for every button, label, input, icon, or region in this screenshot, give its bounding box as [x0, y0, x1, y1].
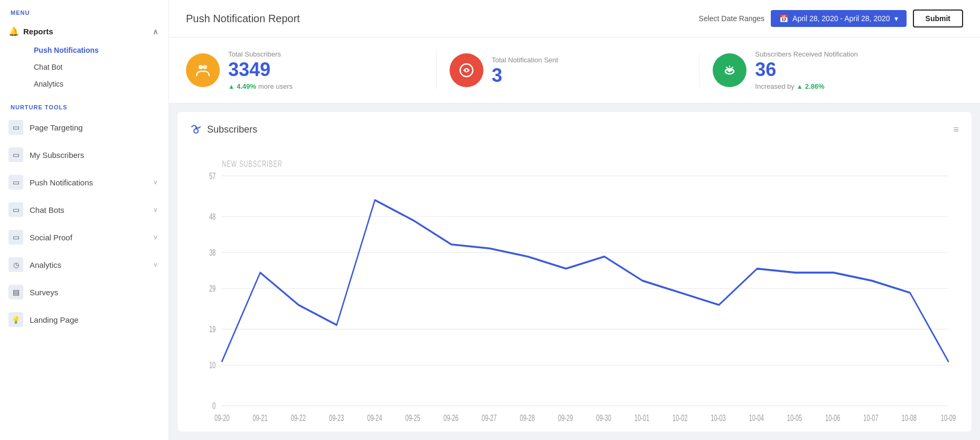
push-notif-icon: ▭: [8, 175, 23, 190]
subscribers-received-info: Subscribers Received Notification 36 Inc…: [755, 50, 857, 90]
line-chart: NEW SUBSCRIBER 0 10 19 29 38 48 57: [190, 145, 959, 421]
date-dropdown-arrow: ▾: [894, 14, 898, 23]
total-subscribers-label: Total Subscribers: [228, 50, 293, 58]
stat-total-notification: Total Notification Sent 3: [437, 53, 701, 87]
nurture-item-landing-page[interactable]: 💡 Landing Page: [0, 306, 169, 333]
social-proof-label: Social Proof: [30, 233, 72, 242]
total-subscribers-icon: [186, 53, 220, 87]
stat-total-subscribers: Total Subscribers 3349 ▲ 4.49% more user…: [186, 50, 437, 90]
total-notification-info: Total Notification Sent 3: [492, 56, 558, 85]
svg-text:09-23: 09-23: [329, 414, 344, 421]
svg-text:09-28: 09-28: [520, 414, 535, 421]
page-header: Push Notification Report Select Date Ran…: [169, 0, 980, 38]
svg-text:10-09: 10-09: [941, 414, 956, 421]
page-targeting-icon: ▭: [8, 120, 23, 135]
subscribers-received-sub: Increased by ▲ 2.86%: [755, 82, 857, 90]
svg-text:10: 10: [209, 361, 216, 370]
svg-text:48: 48: [209, 212, 216, 221]
svg-text:10-08: 10-08: [902, 414, 917, 421]
subscribers-received-icon: [713, 53, 746, 87]
svg-text:09-27: 09-27: [482, 414, 497, 421]
nurture-item-push-notifications[interactable]: ▭ Push Notifications ∨: [0, 168, 169, 196]
landing-page-icon: 💡: [8, 312, 23, 327]
stats-row: Total Subscribers 3349 ▲ 4.49% more user…: [169, 38, 980, 104]
nurture-item-my-subscribers[interactable]: ▭ My Subscribers: [0, 141, 169, 168]
svg-text:0: 0: [212, 401, 216, 410]
nurture-item-page-targeting[interactable]: ▭ Page Targeting: [0, 114, 169, 141]
header-right: Select Date Ranges 📅 April 28, 2020 - Ap…: [699, 10, 963, 27]
svg-text:19: 19: [209, 325, 216, 334]
sub-item-analytics[interactable]: Analytics: [25, 76, 169, 92]
calendar-icon: 📅: [779, 14, 788, 23]
svg-point-0: [199, 65, 203, 69]
subscribers-received-pct: 2.86%: [805, 82, 825, 90]
subscribers-chart-icon: [190, 123, 202, 137]
svg-text:09-30: 09-30: [596, 414, 612, 421]
svg-point-3: [465, 69, 468, 71]
svg-text:10-03: 10-03: [711, 414, 726, 421]
svg-text:09-24: 09-24: [367, 414, 382, 421]
analytics-label: Analytics: [30, 260, 61, 269]
svg-text:10-04: 10-04: [749, 414, 764, 421]
svg-text:38: 38: [209, 248, 216, 257]
reports-group: 🔔 Reports ∧ Push Notifications Chat Bot …: [0, 19, 169, 95]
svg-text:10-05: 10-05: [787, 414, 802, 421]
push-notif-chevron: ∨: [153, 179, 158, 186]
nurture-item-surveys[interactable]: ▤ Surveys: [0, 278, 169, 306]
svg-text:09-25: 09-25: [405, 414, 421, 421]
chart-container: NEW SUBSCRIBER 0 10 19 29 38 48 57: [190, 145, 959, 421]
social-proof-icon: ▭: [8, 230, 23, 245]
total-notification-icon: [450, 53, 483, 87]
total-subscribers-sub-text: more users: [258, 82, 293, 90]
svg-text:10-02: 10-02: [673, 414, 687, 421]
total-subscribers-info: Total Subscribers 3349 ▲ 4.49% more user…: [228, 50, 293, 90]
nurture-item-social-proof[interactable]: ▭ Social Proof ∨: [0, 223, 169, 251]
sub-item-chat-bot[interactable]: Chat Bot: [25, 59, 169, 76]
chart-title: Subscribers: [207, 124, 257, 135]
reports-sub-items: Push Notifications Chat Bot Analytics: [0, 42, 169, 92]
chart-line: [222, 200, 948, 361]
menu-label: MENU: [0, 0, 169, 19]
surveys-icon: ▤: [8, 285, 23, 299]
main-content: Push Notification Report Select Date Ran…: [169, 0, 980, 440]
chat-bots-label: Chat Bots: [30, 205, 64, 214]
reports-group-header[interactable]: 🔔 Reports ∧: [0, 21, 169, 42]
svg-text:09-21: 09-21: [253, 414, 267, 421]
push-notif-label: Push Notifications: [30, 178, 93, 187]
svg-text:09-26: 09-26: [444, 414, 459, 421]
page-targeting-label: Page Targeting: [30, 123, 83, 132]
svg-text:10-01: 10-01: [634, 414, 649, 421]
my-subscribers-icon: ▭: [8, 147, 23, 162]
chart-section: Subscribers ≡ NEW SUBSCRIBER 0 10 19 29: [178, 112, 972, 432]
my-subscribers-label: My Subscribers: [30, 151, 84, 160]
date-range-button[interactable]: 📅 April 28, 2020 - April 28, 2020 ▾: [771, 10, 906, 27]
nurture-item-chat-bots[interactable]: ▭ Chat Bots ∨: [0, 196, 169, 223]
social-proof-chevron: ∨: [153, 233, 158, 241]
svg-text:10-07: 10-07: [863, 414, 878, 421]
submit-button[interactable]: Submit: [913, 10, 963, 27]
select-date-label: Select Date Ranges: [699, 14, 765, 23]
reports-chevron: ∧: [153, 27, 158, 36]
svg-text:10-06: 10-06: [825, 414, 841, 421]
up-arrow-icon-2: ▲: [797, 83, 803, 90]
bell-icon: 🔔: [8, 26, 19, 36]
date-range-text: April 28, 2020 - April 28, 2020: [792, 14, 890, 23]
subscribers-received-value: 36: [755, 60, 857, 79]
page-title: Push Notification Report: [186, 13, 300, 25]
sidebar: MENU 🔔 Reports ∧ Push Notifications Chat…: [0, 0, 169, 440]
subscribers-received-label: Subscribers Received Notification: [755, 50, 857, 58]
total-subscribers-sub: ▲ 4.49% more users: [228, 82, 293, 90]
chart-header: Subscribers ≡: [190, 123, 959, 137]
nurture-item-analytics[interactable]: ◷ Analytics ∨: [0, 251, 169, 278]
chat-bots-icon: ▭: [8, 202, 23, 217]
chart-menu-icon[interactable]: ≡: [953, 124, 959, 135]
sub-item-push-notifications[interactable]: Push Notifications: [25, 42, 169, 59]
total-subscribers-pct: 4.49%: [237, 82, 256, 90]
nurture-tools-label: NURTURE TOOLS: [0, 95, 169, 114]
analytics-icon: ◷: [8, 257, 23, 272]
svg-point-1: [203, 65, 207, 69]
svg-text:57: 57: [209, 172, 216, 181]
svg-text:29: 29: [209, 284, 216, 293]
chat-bots-chevron: ∨: [153, 206, 158, 213]
stat-subscribers-received: Subscribers Received Notification 36 Inc…: [700, 50, 963, 90]
